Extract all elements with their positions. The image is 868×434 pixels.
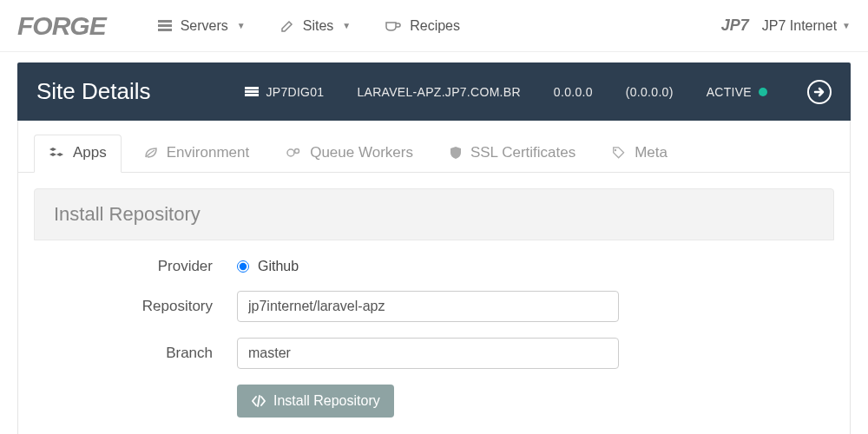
tabs: Apps Environment Queue Workers SSL Certi…	[18, 121, 850, 173]
server-name: JP7DIG01	[245, 85, 324, 99]
leaf-icon	[144, 147, 158, 159]
content-panel: Apps Environment Queue Workers SSL Certi…	[17, 121, 851, 434]
nav-servers[interactable]: Servers ▼	[158, 18, 246, 34]
svg-point-7	[295, 148, 299, 153]
edit-icon	[280, 19, 294, 33]
cubes-icon	[49, 147, 64, 159]
nav-recipes[interactable]: Recipes	[385, 18, 460, 34]
nav-sites-label: Sites	[303, 18, 334, 34]
svg-rect-3	[245, 87, 259, 89]
chevron-down-icon: ▼	[342, 21, 351, 30]
account-menu[interactable]: JP7 Internet ▼	[762, 18, 851, 34]
nav-servers-label: Servers	[181, 18, 228, 34]
svg-rect-2	[158, 29, 172, 31]
tab-environment-label: Environment	[167, 144, 249, 161]
chevron-down-icon: ▼	[237, 21, 246, 30]
provider-label: Provider	[37, 258, 237, 275]
tab-apps-label: Apps	[73, 144, 107, 161]
code-icon	[251, 395, 266, 407]
install-button-label: Install Repository	[273, 393, 380, 409]
nav-sites[interactable]: Sites ▼	[280, 18, 351, 34]
tab-ssl-label: SSL Certificates	[470, 144, 575, 161]
site-domain: LARAVEL-APZ.JP7.COM.BR	[357, 85, 520, 99]
tab-apps[interactable]: Apps	[34, 135, 122, 173]
tab-ssl[interactable]: SSL Certificates	[436, 135, 589, 172]
gears-icon	[286, 147, 301, 159]
tab-environment[interactable]: Environment	[130, 135, 263, 172]
svg-rect-1	[158, 24, 172, 27]
tab-meta[interactable]: Meta	[598, 135, 681, 172]
header-info: JP7DIG01 LARAVEL-APZ.JP7.COM.BR 0.0.0.0 …	[245, 80, 832, 104]
provider-radio[interactable]	[237, 260, 249, 273]
site-status: ACTIVE	[707, 85, 767, 99]
branch-input[interactable]	[237, 338, 619, 369]
repository-input[interactable]	[237, 291, 619, 322]
topbar: FORGE Servers ▼ Sites ▼ Recipes JP7 JP7 …	[0, 0, 868, 52]
status-dot-icon	[759, 88, 767, 96]
svg-point-6	[287, 149, 294, 156]
svg-rect-5	[245, 94, 259, 96]
site-ip-private: (0.0.0.0)	[626, 85, 674, 99]
server-icon	[245, 87, 259, 97]
nav-recipes-label: Recipes	[410, 18, 460, 34]
panel-title: Install Repository	[34, 188, 834, 240]
forge-logo: FORGE	[17, 11, 106, 41]
tab-meta-label: Meta	[635, 144, 667, 161]
provider-github-label: Github	[258, 259, 299, 274]
repository-label: Repository	[37, 298, 237, 315]
shield-icon	[450, 146, 462, 160]
arrow-right-icon	[812, 85, 826, 99]
provider-github-option[interactable]: Github	[237, 259, 619, 274]
site-header: Site Details JP7DIG01 LARAVEL-APZ.JP7.CO…	[17, 62, 851, 121]
servers-icon	[158, 20, 172, 32]
main-nav: Servers ▼ Sites ▼ Recipes	[158, 18, 460, 34]
install-form: Provider Github Repository Branch	[18, 240, 850, 434]
svg-rect-4	[245, 90, 259, 93]
main-content: Site Details JP7DIG01 LARAVEL-APZ.JP7.CO…	[0, 52, 868, 434]
tab-queue[interactable]: Queue Workers	[272, 135, 427, 172]
install-repository-button[interactable]: Install Repository	[237, 385, 394, 418]
chevron-down-icon: ▼	[842, 21, 851, 30]
tab-queue-label: Queue Workers	[310, 144, 413, 161]
jp7-logo: JP7	[721, 16, 749, 35]
svg-point-8	[615, 148, 616, 150]
go-button[interactable]	[807, 80, 832, 104]
coffee-icon	[385, 20, 401, 32]
site-ip: 0.0.0.0	[554, 85, 593, 99]
page-title: Site Details	[36, 78, 151, 105]
svg-rect-0	[158, 20, 172, 23]
tag-icon	[612, 147, 626, 159]
account-label: JP7 Internet	[762, 18, 837, 34]
branch-label: Branch	[37, 345, 237, 362]
